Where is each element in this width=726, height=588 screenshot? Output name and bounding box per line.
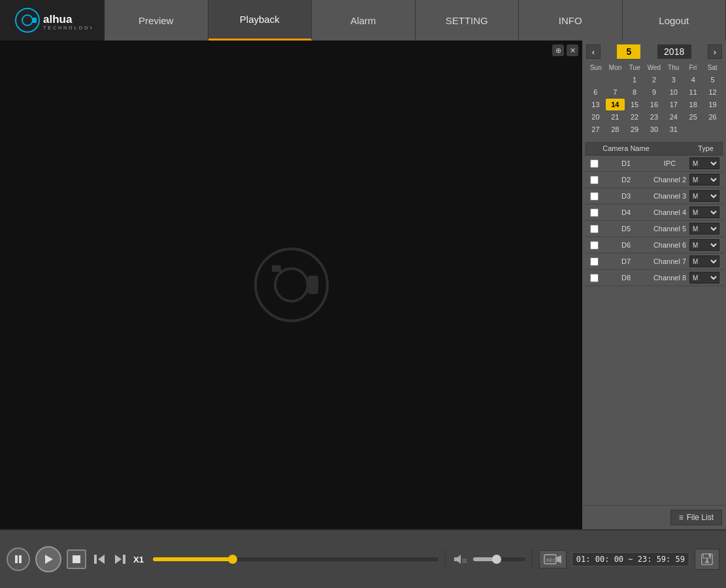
progress-thumb[interactable] xyxy=(228,555,237,564)
col-camera-name: Camera Name xyxy=(602,144,650,152)
calendar-day-18[interactable]: 18 xyxy=(684,99,702,110)
calendar-day-1[interactable]: 1 xyxy=(625,74,644,86)
camera-checkbox-d8[interactable] xyxy=(590,274,599,282)
day-sun: Sun xyxy=(586,63,606,73)
camera-type-select-d3[interactable]: MGS xyxy=(689,190,719,202)
day-fri: Fri xyxy=(684,63,703,73)
camera-type-select-d5[interactable]: MGS xyxy=(689,223,719,235)
camera-type-select-d6[interactable]: MGS xyxy=(689,239,719,251)
nav-logout[interactable]: Logout xyxy=(623,0,727,41)
calendar-day-4[interactable]: 4 xyxy=(684,74,702,86)
mute-button[interactable]: )))) xyxy=(452,552,468,566)
file-list-label: File List xyxy=(687,513,714,522)
svg-text:alhua: alhua xyxy=(43,13,73,25)
camera-checkbox-d1[interactable] xyxy=(590,159,599,168)
day-wed: Wed xyxy=(644,63,664,73)
camera-checkbox-d2[interactable] xyxy=(590,176,599,184)
skip-back-button[interactable] xyxy=(91,551,107,567)
camera-type-select-d4[interactable]: MGS xyxy=(689,206,719,218)
camera-checkbox-d5[interactable] xyxy=(590,225,599,233)
logo: alhua TECHNOLOGY xyxy=(0,6,105,35)
calendar-day-25[interactable]: 25 xyxy=(684,111,702,123)
nav-alarm[interactable]: Alarm xyxy=(312,0,416,41)
calendar-day-26[interactable]: 26 xyxy=(703,111,722,123)
progress-track[interactable] xyxy=(153,557,438,561)
camera-row-d5: D5Channel 5MGS xyxy=(585,221,723,237)
calendar-day-24[interactable]: 24 xyxy=(664,111,683,123)
calendar-day-2[interactable]: 2 xyxy=(645,74,664,86)
camera-row-d2: D2Channel 2MGS xyxy=(585,172,723,188)
calendar-day-20[interactable]: 20 xyxy=(586,111,605,123)
calendar-day-28[interactable]: 28 xyxy=(606,123,625,135)
camera-type-select-d7[interactable]: MGS xyxy=(689,255,719,267)
video-overlay-icons: ⊕ ✕ xyxy=(552,44,578,56)
day-sat: Sat xyxy=(702,63,722,73)
calendar-day-8[interactable]: 8 xyxy=(625,86,644,98)
svg-marker-20 xyxy=(557,555,561,563)
calendar-day-10[interactable]: 10 xyxy=(664,86,683,98)
pause-button[interactable] xyxy=(7,547,30,571)
calendar-day-7[interactable]: 7 xyxy=(606,86,625,98)
smart-record-button[interactable]: REC xyxy=(539,550,567,568)
next-month-button[interactable]: › xyxy=(708,44,722,59)
camera-checkbox-d4[interactable] xyxy=(590,208,599,217)
prev-month-button[interactable]: ‹ xyxy=(586,44,601,59)
calendar-year-input[interactable] xyxy=(657,44,691,59)
calendar-day-13[interactable]: 13 xyxy=(586,99,605,110)
camera-row-d7: D7Channel 7MGS xyxy=(585,253,723,270)
camera-checkbox-d6[interactable] xyxy=(590,241,599,250)
calendar-day-9[interactable]: 9 xyxy=(645,86,664,98)
camera-checkbox-d7[interactable] xyxy=(590,257,599,266)
camera-channel-d4: Channel 4 xyxy=(650,208,689,216)
calendar-day-12[interactable]: 12 xyxy=(703,86,722,98)
calendar-day-23[interactable]: 23 xyxy=(645,111,664,123)
calendar-day-30[interactable]: 30 xyxy=(645,123,664,135)
volume-thumb[interactable] xyxy=(492,555,501,564)
calendar-day-6[interactable]: 6 xyxy=(586,86,605,98)
nav-setting[interactable]: SETTING xyxy=(416,0,520,41)
play-button[interactable] xyxy=(35,546,61,572)
svg-rect-7 xyxy=(308,276,318,294)
stop-button[interactable] xyxy=(67,549,86,569)
camera-type-select-d8[interactable]: MGS xyxy=(689,272,719,284)
camera-row-d4: D4Channel 4MGS xyxy=(585,204,723,221)
smart-record-icon: REC xyxy=(544,553,562,566)
file-list-button[interactable]: ≡ File List xyxy=(670,510,722,525)
skip-forward-button[interactable] xyxy=(112,551,128,567)
close-icon[interactable]: ✕ xyxy=(567,44,578,56)
calendar-day-27[interactable]: 27 xyxy=(586,123,605,135)
calendar-month-input[interactable] xyxy=(617,44,640,59)
camera-checkbox-d3[interactable] xyxy=(590,192,599,201)
calendar-day-16[interactable]: 16 xyxy=(645,99,664,110)
calendar-day-29[interactable]: 29 xyxy=(625,123,644,135)
calendar-day-14[interactable]: 14 xyxy=(606,99,625,110)
calendar-day-15[interactable]: 15 xyxy=(625,99,644,110)
controls-divider-1 xyxy=(445,549,446,569)
nav-info[interactable]: INFO xyxy=(519,0,623,41)
calendar-day-31[interactable]: 31 xyxy=(664,123,683,135)
calendar-day-22[interactable]: 22 xyxy=(625,111,644,123)
svg-rect-8 xyxy=(272,265,281,272)
calendar-empty xyxy=(703,123,722,135)
camera-type-select-d1[interactable]: MGS xyxy=(689,157,719,169)
day-tue: Tue xyxy=(625,63,644,73)
calendar-day-5[interactable]: 5 xyxy=(703,74,722,86)
camera-id-d1: D1 xyxy=(602,159,650,167)
camera-channel-d8: Channel 8 xyxy=(650,274,689,282)
nav-preview[interactable]: Preview xyxy=(105,0,208,41)
save-icon xyxy=(701,552,714,566)
nav-playback[interactable]: Playback xyxy=(208,0,312,41)
calendar-day-headers: Sun Mon Tue Wed Thu Fri Sat xyxy=(586,63,722,73)
calendar-day-19[interactable]: 19 xyxy=(703,99,722,110)
calendar-day-21[interactable]: 21 xyxy=(606,111,625,123)
camera-list: Camera Name Type D1IPCMGSD2Channel 2MGSD… xyxy=(582,139,726,505)
day-thu: Thu xyxy=(664,63,684,73)
camera-type-select-d2[interactable]: MGS xyxy=(689,174,719,186)
volume-track[interactable] xyxy=(473,557,525,561)
calendar-day-3[interactable]: 3 xyxy=(664,74,683,86)
calendar-day-17[interactable]: 17 xyxy=(664,99,683,110)
zoom-icon[interactable]: ⊕ xyxy=(552,44,564,56)
calendar-day-11[interactable]: 11 xyxy=(684,86,702,98)
save-button[interactable] xyxy=(695,549,719,570)
camera-placeholder xyxy=(252,246,331,324)
